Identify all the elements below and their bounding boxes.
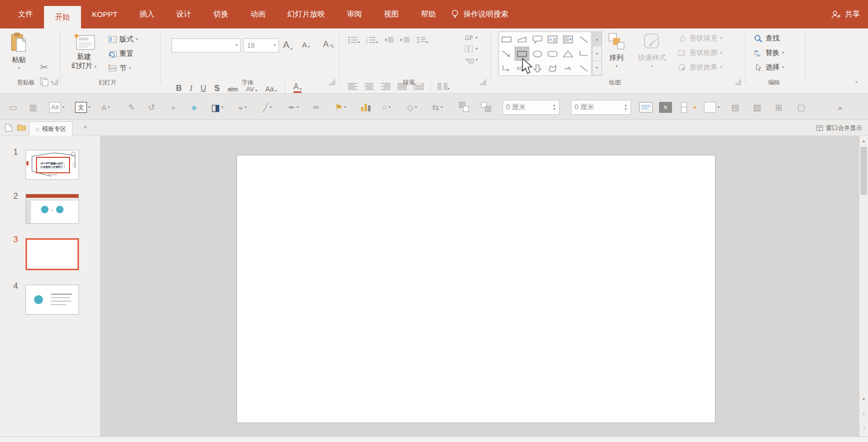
shapes-gallery-more[interactable]: ▼ (592, 61, 602, 75)
shape-line-2[interactable] (576, 61, 591, 75)
shape-elbow-arrow-connector[interactable] (499, 61, 514, 75)
scrollbar-thumb[interactable] (860, 147, 867, 195)
align-center-button[interactable] (364, 83, 374, 92)
shape-outline-button[interactable]: 形状轮廓▾ (678, 47, 722, 59)
paste-button[interactable]: 粘贴 ▾ (6, 32, 32, 70)
shapes-scroll-down[interactable]: ▼ (592, 46, 602, 61)
shape-trapezoid[interactable] (514, 32, 530, 46)
increase-indent-button[interactable] (400, 36, 410, 45)
tab-animations[interactable]: 动画 (240, 0, 276, 28)
tab-file[interactable]: 文件 (7, 0, 44, 28)
clear-formatting-button[interactable]: A✎ (323, 39, 334, 49)
new-slide-button[interactable]: 新建 幻灯片 ▾ (66, 32, 102, 70)
font-picker[interactable]: 文▾ (75, 101, 90, 114)
font-dialog-launcher[interactable] (329, 79, 335, 85)
border-style-picker[interactable]: ▾ (704, 101, 720, 114)
scroll-up-button[interactable]: ▲ (860, 136, 868, 146)
add-tab-button[interactable]: ＋ (82, 122, 88, 131)
undo-style-icon[interactable]: ↺ (148, 101, 155, 114)
close-tool-button[interactable]: ✕ (659, 101, 672, 114)
tab-slideshow[interactable]: 幻灯片放映 (276, 0, 336, 28)
slide-4-thumbnail[interactable] (26, 285, 79, 315)
shape-tool-icon[interactable]: ▭ (9, 101, 17, 114)
chart-bars-icon[interactable] (361, 101, 370, 114)
align-left-button[interactable] (348, 83, 358, 92)
slide-2-thumbnail[interactable] (26, 194, 79, 224)
bullets-button[interactable]: ▾ (348, 36, 360, 45)
tab-insert[interactable]: 插入 (128, 0, 166, 28)
columns-button[interactable]: ▾ (438, 83, 450, 92)
text-panel-icon[interactable] (639, 101, 653, 114)
shape-fill-button[interactable]: 形状填充▾ (678, 32, 722, 44)
move-tool-icon[interactable]: ＋ (169, 101, 178, 114)
align-flag-tool[interactable]: ⚑▾ (335, 101, 346, 114)
shape-rectangle-r1[interactable] (499, 32, 514, 46)
shape-line-arrow[interactable] (499, 46, 514, 61)
edit-pen-icon[interactable]: ✎ (128, 101, 135, 114)
underline-button[interactable]: U (200, 84, 206, 93)
slide-3-thumbnail-selected[interactable] (26, 238, 79, 270)
position-y-spinner[interactable]: 0 厘米 ▲▼ (571, 100, 631, 115)
clipboard-dialog-launcher[interactable] (52, 79, 58, 85)
layout-tool-4-icon[interactable]: ▢ (797, 101, 805, 114)
drawing-dialog-launcher[interactable] (735, 79, 741, 85)
shrink-font-button[interactable]: A▾ (302, 40, 310, 49)
paste-dropdown-caret[interactable]: ▾ (18, 66, 20, 70)
open-folder-icon[interactable] (17, 123, 26, 132)
collapse-ribbon-button[interactable]: ⌃ (854, 80, 859, 87)
shape-freeform[interactable] (545, 61, 560, 75)
reset-button[interactable]: 重置 (108, 48, 134, 60)
shape-text-box[interactable]: A (545, 32, 560, 46)
grow-font-button[interactable]: A▾ (283, 39, 292, 50)
doc-tab-template-zone[interactable]: ⌂ 模板专区 (29, 121, 72, 136)
spinner-arrows[interactable]: ▲▼ (552, 103, 556, 112)
tab-home[interactable]: 开始 (44, 6, 81, 28)
fill-color-tool[interactable]: ◒▾ (238, 101, 246, 114)
text-style-picker[interactable]: A≡▾ (49, 101, 64, 114)
tab-review[interactable]: 审阅 (336, 0, 373, 28)
layout-button[interactable]: 版式▾ (108, 33, 138, 45)
shape-speech-bubble[interactable] (530, 32, 545, 46)
pen-tool[interactable]: ✒▾ (288, 101, 298, 114)
circle-tool[interactable]: ○▾ (382, 101, 390, 114)
previous-slide-button[interactable]: « (858, 410, 868, 419)
font-color-button[interactable]: A▾ (294, 82, 302, 93)
line-spacing-button[interactable]: ▾ (416, 36, 428, 45)
font-color-tool[interactable]: A▾ (102, 101, 110, 114)
layout-tool-2-icon[interactable]: ▧ (753, 101, 761, 114)
insert-placeholder-icon[interactable]: ✦ (680, 101, 697, 114)
table-grid-icon[interactable]: ▥ (29, 101, 37, 114)
line-color-tool[interactable]: ╱▾ (263, 101, 272, 114)
shape-rounded-rectangle[interactable] (545, 46, 560, 61)
layout-tool-3-icon[interactable]: ⊞ (775, 101, 782, 114)
current-slide[interactable] (236, 155, 716, 423)
font-size-combobox[interactable]: 18 ▾ (244, 38, 279, 52)
shape-line[interactable] (576, 32, 591, 46)
slide-1-thumbnail[interactable]: 10个PPT隐藏小技巧， 让你觉得人生都亮了！ (26, 150, 79, 180)
eyedropper-icon[interactable]: ✏ (313, 101, 320, 114)
paragraph-dialog-launcher[interactable] (480, 79, 486, 85)
spinner-arrows[interactable]: ▲▼ (624, 103, 628, 112)
tab-koppt[interactable]: KOPPT (81, 0, 128, 28)
italic-button[interactable]: I (190, 84, 192, 93)
section-button[interactable]: 节▾ (108, 62, 131, 74)
shape-elbow-connector[interactable] (576, 46, 591, 61)
scroll-down-button[interactable]: ▼ (860, 393, 868, 406)
convert-to-smartart-button[interactable]: ▾ (464, 56, 478, 63)
arrange-button[interactable]: 排列 ▾ (604, 32, 629, 68)
bring-forward-icon[interactable] (459, 101, 470, 114)
text-direction-button[interactable]: A▾ (464, 34, 478, 41)
cut-icon[interactable]: ✂ (40, 62, 48, 72)
quick-styles-button[interactable]: 快速样式 ▾ (633, 32, 671, 68)
send-backward-icon[interactable] (481, 101, 492, 114)
oval-fill-tool[interactable]: ● (191, 101, 197, 114)
replace-button[interactable]: abac 替换▾ (754, 47, 784, 59)
layout-tool-1-icon[interactable]: ▤ (731, 101, 739, 114)
vertical-scrollbar[interactable]: ▲ ▼ « « (859, 136, 868, 437)
new-document-icon[interactable] (5, 123, 12, 133)
shape-vertical-text-box[interactable]: A (560, 32, 576, 46)
select-button[interactable]: 选择▾ (754, 61, 784, 73)
tab-help[interactable]: 帮助 (410, 0, 447, 28)
position-x-spinner[interactable]: 0 厘米 ▲▼ (502, 100, 560, 115)
window-merge-toggle[interactable]: 窗口合并显示 (816, 120, 862, 136)
